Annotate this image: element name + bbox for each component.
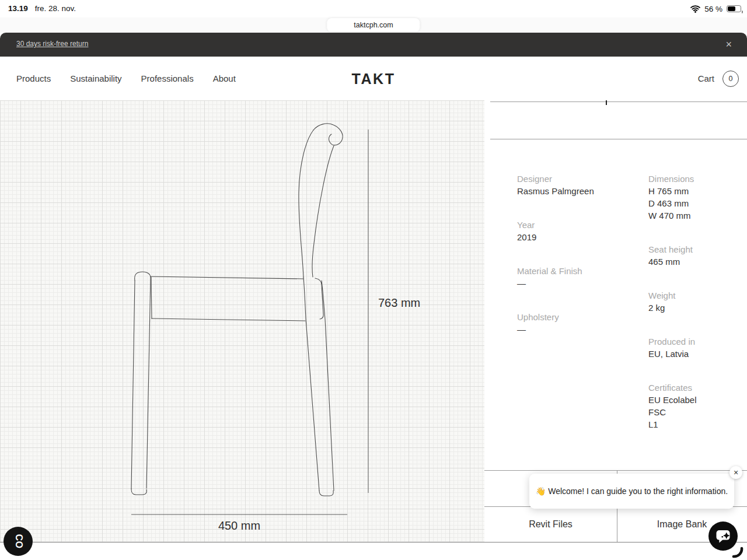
nav-item-products[interactable]: Products: [16, 74, 51, 83]
table-rule: [484, 470, 747, 471]
spec-certificates: Certificates EU Ecolabel FSC L1: [648, 382, 747, 430]
spec-seat-height: Seat height 465 mm: [648, 243, 747, 268]
page: 13.19 fre. 28. nov. 56 % taktcph.com 30 …: [0, 0, 747, 560]
promo-link[interactable]: 30 days risk-free return: [16, 40, 88, 48]
chair-side-view: 763 mm 450 mm: [0, 100, 484, 542]
banner-close-icon[interactable]: ×: [725, 37, 732, 51]
panel-rule: [490, 139, 747, 139]
spec-designer: Designer Rasmus Palmgreen: [517, 173, 640, 197]
height-dimension-label: 763 mm: [378, 296, 420, 309]
cart-label: Cart: [698, 74, 714, 83]
address-bar[interactable]: taktcph.com: [327, 18, 420, 32]
spec-material-finish: Material & Finish —: [517, 265, 640, 289]
site-nav: Products Sustainability Professionals Ab…: [0, 57, 747, 100]
spec-year: Year 2019: [517, 219, 640, 243]
spec-produced-in: Produced in EU, Latvia: [648, 335, 747, 360]
date: fre. 28. nov.: [35, 4, 76, 13]
ios-status-bar: 13.19 fre. 28. nov. 56 %: [0, 0, 747, 18]
chair-technical-drawing: 763 mm 450 mm: [0, 100, 484, 542]
wifi-icon: [690, 5, 700, 13]
cart-button[interactable]: Cart 0: [698, 57, 739, 100]
chat-close-icon[interactable]: ×: [729, 466, 742, 479]
panel-top-rule: [490, 102, 747, 102]
chat-welcome-message[interactable]: 👋 Welcome! I can guide you to the right …: [529, 474, 734, 509]
chat-bubble-icon: [714, 528, 732, 544]
spec-upholstery: Upholstery —: [517, 311, 640, 335]
spec-column-right: Dimensions H 765 mm D 463 mm W 470 mm Se…: [648, 173, 747, 452]
content-bottom-rule: [0, 542, 747, 542]
spec-weight: Weight 2 kg: [648, 289, 747, 314]
clock: 13.19: [8, 4, 28, 13]
takt-logo[interactable]: TAKT: [352, 70, 396, 87]
spec-column-left: Designer Rasmus Palmgreen Year 2019 Mate…: [517, 173, 640, 357]
nav-item-about[interactable]: About: [213, 74, 236, 83]
scrolled-text-remnant: [606, 100, 607, 105]
loading-arc: [728, 542, 746, 559]
revit-files-button[interactable]: Revit Files: [484, 506, 617, 542]
nav-item-sustainability[interactable]: Sustainability: [70, 74, 121, 83]
spec-dimensions: Dimensions H 765 mm D 463 mm W 470 mm: [648, 173, 747, 222]
battery-percent: 56 %: [704, 5, 722, 13]
cookie-consent-badge[interactable]: CO: [4, 527, 33, 556]
battery-icon: [727, 5, 741, 13]
nav-item-professionals[interactable]: Professionals: [141, 74, 194, 83]
cookie-badge-label: CO: [13, 534, 23, 549]
width-dimension-label: 450 mm: [218, 519, 260, 532]
cart-count-badge: 0: [722, 71, 739, 87]
promo-banner: 30 days risk-free return ×: [0, 33, 747, 57]
browser-toolbar: taktcph.com: [0, 18, 747, 33]
